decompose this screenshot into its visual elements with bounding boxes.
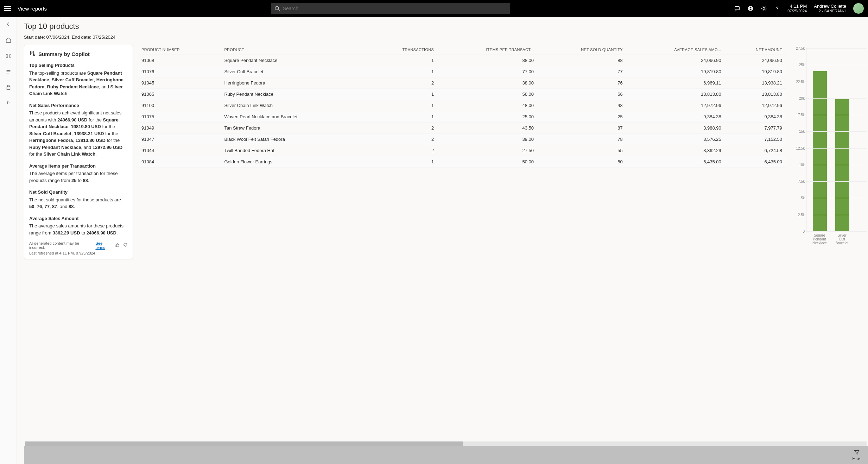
- copilot-section-text: The average items per transaction for th…: [29, 170, 128, 184]
- col-header[interactable]: AVERAGE SALES AMO...: [626, 45, 725, 55]
- table-row[interactable]: 91049Tan Straw Fedora243.50873,988.907,9…: [138, 123, 786, 134]
- cell: 6,435.00: [626, 156, 725, 168]
- cell: 77: [537, 66, 626, 77]
- cell: 27.50: [437, 145, 537, 156]
- y-tick: 17.5k: [796, 113, 805, 117]
- hamburger-icon[interactable]: [4, 6, 11, 11]
- products-table: PRODUCT NUMBERPRODUCTTRANSACTIONSITEMS P…: [138, 45, 786, 441]
- copilot-section-text: The average sales amounts for these prod…: [29, 222, 128, 236]
- svg-point-10: [9, 54, 10, 56]
- y-tick: 10k: [799, 163, 805, 167]
- search-input[interactable]: [271, 3, 510, 14]
- cell: 9,384.38: [626, 111, 725, 123]
- y-tick: 12.5k: [796, 146, 805, 150]
- page-title: Top 10 products: [24, 22, 868, 31]
- y-tick: 20k: [799, 96, 805, 100]
- cell: 6,435.00: [725, 156, 786, 168]
- col-header[interactable]: NET AMOUNT: [725, 45, 786, 55]
- thumbs-up-icon[interactable]: [115, 243, 120, 248]
- horizontal-scrollbar[interactable]: [25, 441, 867, 446]
- cell: 2: [367, 134, 437, 145]
- cell: 13,813.80: [725, 89, 786, 100]
- copilot-icon: [29, 50, 36, 58]
- cell: 91047: [138, 134, 221, 145]
- cell: Silver Cuff Bracelet: [221, 66, 367, 77]
- copilot-section-heading: Net Sales Performance: [29, 102, 128, 109]
- y-tick: 27.5k: [796, 46, 805, 50]
- cell: 1: [367, 111, 437, 123]
- copilot-section-heading: Average Sales Amount: [29, 215, 128, 222]
- chart-bar[interactable]: [813, 71, 827, 231]
- bag-icon[interactable]: [5, 84, 12, 92]
- svg-point-20: [33, 54, 35, 56]
- list-icon[interactable]: [5, 69, 12, 76]
- cell: 91049: [138, 123, 221, 134]
- col-header[interactable]: PRODUCT NUMBER: [138, 45, 221, 55]
- table-row[interactable]: 91045Herringbone Fedora238.00766,969.111…: [138, 77, 786, 89]
- cell: 50.00: [437, 156, 537, 168]
- cell: 12,972.96: [626, 100, 725, 111]
- table-row[interactable]: 91084Golden Flower Earrings150.00506,435…: [138, 156, 786, 168]
- col-header[interactable]: ITEMS PER TRANSACT...: [437, 45, 537, 55]
- chart-bar[interactable]: [835, 99, 849, 231]
- col-header[interactable]: TRANSACTIONS: [367, 45, 437, 55]
- table-row[interactable]: 91047Black Wool Felt Safari Fedora239.00…: [138, 134, 786, 145]
- cell: Square Pendant Necklace: [221, 55, 367, 66]
- thumbs-down-icon[interactable]: [123, 243, 128, 248]
- col-header[interactable]: NET SOLD QUANTITY: [537, 45, 626, 55]
- col-header[interactable]: PRODUCT: [221, 45, 367, 55]
- cell: 19,819.80: [725, 66, 786, 77]
- cell: Tan Straw Fedora: [221, 123, 367, 134]
- filter-button[interactable]: Filter: [853, 449, 861, 460]
- cell: Herringbone Fedora: [221, 77, 367, 89]
- footer-bar: Filter: [24, 446, 868, 464]
- last-refresh: Last refreshed at 4:11 PM, 07/25/2024: [29, 251, 128, 255]
- x-label: Silver Cuff Bracelet: [835, 233, 849, 245]
- cell: Twill Banded Fedora Hat: [221, 145, 367, 156]
- cell: Golden Flower Earrings: [221, 156, 367, 168]
- home-icon[interactable]: [5, 37, 12, 44]
- datetime: 4:11 PM 07/25/2024: [787, 4, 807, 14]
- cell: 56: [537, 89, 626, 100]
- table-row[interactable]: 91044Twill Banded Fedora Hat227.50553,36…: [138, 145, 786, 156]
- gear-icon[interactable]: [761, 5, 767, 12]
- cell: 13,938.21: [725, 77, 786, 89]
- help-icon[interactable]: [774, 5, 780, 12]
- cell: 1: [367, 156, 437, 168]
- table-row[interactable]: 91065Ruby Pendant Necklace156.005613,813…: [138, 89, 786, 100]
- svg-rect-2: [735, 7, 740, 10]
- cell: 3,576.25: [626, 134, 725, 145]
- cell: Silver Chain Link Watch: [221, 100, 367, 111]
- cell: 77.00: [437, 66, 537, 77]
- cell: 24,066.90: [626, 55, 725, 66]
- cell: 78: [537, 134, 626, 145]
- avatar[interactable]: [853, 3, 864, 14]
- copilot-summary: Summary by Copilot Top Selling ProductsT…: [24, 45, 133, 259]
- cell: 19,819.80: [626, 66, 725, 77]
- left-rail: 0: [0, 17, 17, 464]
- cell: 39.00: [437, 134, 537, 145]
- cell: 48.00: [437, 100, 537, 111]
- globe-icon[interactable]: [747, 5, 754, 12]
- cell: 25: [537, 111, 626, 123]
- chat-icon[interactable]: [734, 5, 740, 12]
- cell: 87: [537, 123, 626, 134]
- table-row[interactable]: 91075Woven Pearl Necklace and Bracelet12…: [138, 111, 786, 123]
- copilot-section-heading: Top Selling Products: [29, 62, 128, 69]
- svg-point-0: [275, 6, 279, 10]
- table-row[interactable]: 91068Square Pendant Necklace188.008824,0…: [138, 55, 786, 66]
- cell: 1: [367, 100, 437, 111]
- table-row[interactable]: 91076Silver Cuff Bracelet177.007719,819.…: [138, 66, 786, 77]
- cell: 55: [537, 145, 626, 156]
- see-terms-link[interactable]: See terms: [95, 241, 112, 250]
- y-tick: 25k: [799, 63, 805, 67]
- cell: 1: [367, 66, 437, 77]
- net-amount-chart: 02.5k5k7.5k10k12.5k15k17.5k20k22.5k25k27…: [791, 45, 868, 441]
- cell: 6,724.58: [725, 145, 786, 156]
- cell: 91068: [138, 55, 221, 66]
- cell: 91076: [138, 66, 221, 77]
- back-icon[interactable]: [5, 21, 12, 29]
- cell: 3,988.90: [626, 123, 725, 134]
- table-row[interactable]: 91100Silver Chain Link Watch148.004812,9…: [138, 100, 786, 111]
- modules-icon[interactable]: [5, 53, 12, 60]
